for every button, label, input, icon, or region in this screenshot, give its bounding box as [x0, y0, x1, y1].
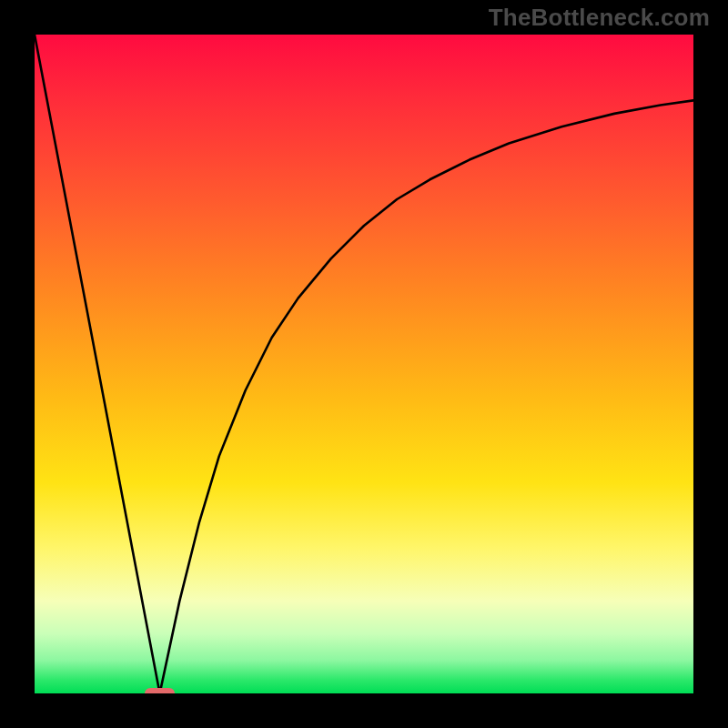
watermark-text: TheBottleneck.com — [489, 4, 710, 32]
optimum-marker — [145, 688, 175, 693]
bottleneck-curve — [35, 35, 693, 693]
chart-frame: TheBottleneck.com — [0, 0, 728, 728]
curve-path — [35, 35, 693, 693]
plot-area — [35, 35, 693, 693]
